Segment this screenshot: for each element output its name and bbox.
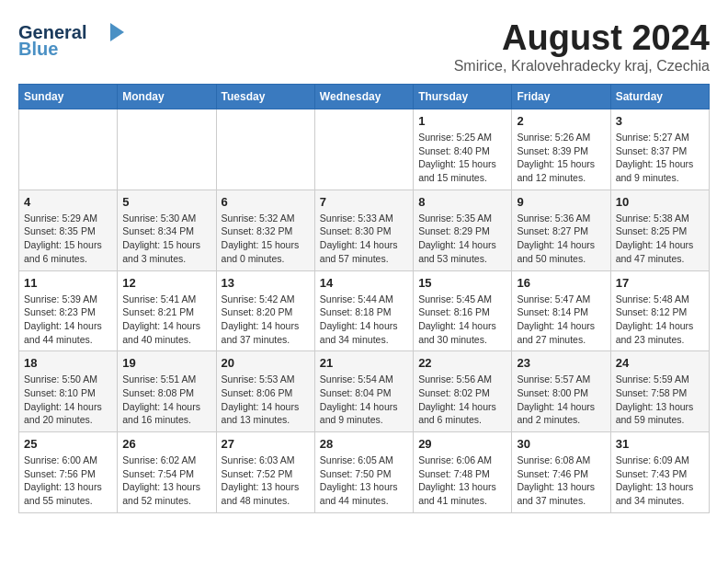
day-detail: Sunrise: 5:30 AM Sunset: 8:34 PM Dayligh… bbox=[122, 212, 210, 266]
day-number: 21 bbox=[320, 356, 408, 370]
day-detail: Sunrise: 5:50 AM Sunset: 8:10 PM Dayligh… bbox=[24, 373, 112, 427]
day-detail: Sunrise: 5:26 AM Sunset: 8:39 PM Dayligh… bbox=[517, 131, 605, 185]
day-cell: 4Sunrise: 5:29 AM Sunset: 8:35 PM Daylig… bbox=[19, 190, 118, 270]
day-number: 20 bbox=[222, 356, 310, 370]
day-cell: 11Sunrise: 5:39 AM Sunset: 8:23 PM Dayli… bbox=[19, 270, 118, 351]
day-number: 23 bbox=[517, 356, 605, 370]
day-cell: 22Sunrise: 5:56 AM Sunset: 8:02 PM Dayli… bbox=[414, 351, 512, 432]
day-cell: 28Sunrise: 6:05 AM Sunset: 7:50 PM Dayli… bbox=[314, 432, 413, 513]
week-row-1: 1Sunrise: 5:25 AM Sunset: 8:40 PM Daylig… bbox=[19, 109, 710, 190]
day-detail: Sunrise: 5:41 AM Sunset: 8:21 PM Dayligh… bbox=[122, 293, 210, 347]
logo-text: General Blue bbox=[18, 18, 129, 64]
day-number: 14 bbox=[320, 276, 408, 290]
day-detail: Sunrise: 5:53 AM Sunset: 8:06 PM Dayligh… bbox=[222, 373, 310, 427]
day-detail: Sunrise: 5:45 AM Sunset: 8:16 PM Dayligh… bbox=[418, 293, 506, 347]
day-cell: 21Sunrise: 5:54 AM Sunset: 8:04 PM Dayli… bbox=[314, 351, 413, 432]
day-detail: Sunrise: 5:33 AM Sunset: 8:30 PM Dayligh… bbox=[320, 212, 408, 266]
header-sunday: Sunday bbox=[19, 85, 118, 109]
day-cell: 17Sunrise: 5:48 AM Sunset: 8:12 PM Dayli… bbox=[610, 270, 709, 351]
day-cell: 1Sunrise: 5:25 AM Sunset: 8:40 PM Daylig… bbox=[414, 109, 512, 190]
header-thursday: Thursday bbox=[414, 85, 512, 109]
day-detail: Sunrise: 6:00 AM Sunset: 7:56 PM Dayligh… bbox=[24, 454, 112, 508]
week-row-2: 4Sunrise: 5:29 AM Sunset: 8:35 PM Daylig… bbox=[19, 190, 710, 270]
day-cell bbox=[314, 109, 413, 190]
day-detail: Sunrise: 5:38 AM Sunset: 8:25 PM Dayligh… bbox=[616, 212, 704, 266]
week-row-4: 18Sunrise: 5:50 AM Sunset: 8:10 PM Dayli… bbox=[19, 351, 710, 432]
day-detail: Sunrise: 5:47 AM Sunset: 8:14 PM Dayligh… bbox=[517, 293, 605, 347]
day-cell: 16Sunrise: 5:47 AM Sunset: 8:14 PM Dayli… bbox=[512, 270, 610, 351]
day-number: 19 bbox=[122, 356, 210, 370]
day-number: 30 bbox=[517, 437, 605, 451]
day-cell bbox=[118, 109, 216, 190]
day-number: 6 bbox=[222, 195, 310, 209]
day-cell: 15Sunrise: 5:45 AM Sunset: 8:16 PM Dayli… bbox=[414, 270, 512, 351]
day-number: 1 bbox=[418, 114, 506, 128]
day-number: 12 bbox=[122, 276, 210, 290]
day-cell: 30Sunrise: 6:08 AM Sunset: 7:46 PM Dayli… bbox=[512, 432, 610, 513]
day-detail: Sunrise: 5:27 AM Sunset: 8:37 PM Dayligh… bbox=[616, 131, 704, 185]
week-row-3: 11Sunrise: 5:39 AM Sunset: 8:23 PM Dayli… bbox=[19, 270, 710, 351]
day-cell: 3Sunrise: 5:27 AM Sunset: 8:37 PM Daylig… bbox=[610, 109, 709, 190]
day-detail: Sunrise: 6:06 AM Sunset: 7:48 PM Dayligh… bbox=[418, 454, 506, 508]
day-number: 13 bbox=[222, 276, 310, 290]
day-number: 18 bbox=[24, 356, 112, 370]
header-friday: Friday bbox=[512, 85, 610, 109]
day-detail: Sunrise: 5:59 AM Sunset: 7:58 PM Dayligh… bbox=[616, 373, 704, 427]
day-number: 27 bbox=[222, 437, 310, 451]
page-subtitle: Smirice, Kralovehradecky kraj, Czechia bbox=[454, 58, 710, 75]
day-number: 22 bbox=[418, 356, 506, 370]
day-detail: Sunrise: 5:32 AM Sunset: 8:32 PM Dayligh… bbox=[222, 212, 310, 266]
page-title: August 2024 bbox=[454, 18, 710, 58]
day-cell: 6Sunrise: 5:32 AM Sunset: 8:32 PM Daylig… bbox=[216, 190, 314, 270]
title-block: August 2024 Smirice, Kralovehradecky kra… bbox=[454, 18, 710, 75]
day-cell: 2Sunrise: 5:26 AM Sunset: 8:39 PM Daylig… bbox=[512, 109, 610, 190]
day-cell: 13Sunrise: 5:42 AM Sunset: 8:20 PM Dayli… bbox=[216, 270, 314, 351]
day-cell: 27Sunrise: 6:03 AM Sunset: 7:52 PM Dayli… bbox=[216, 432, 314, 513]
day-detail: Sunrise: 6:02 AM Sunset: 7:54 PM Dayligh… bbox=[122, 454, 210, 508]
day-number: 3 bbox=[616, 114, 704, 128]
day-number: 8 bbox=[418, 195, 506, 209]
svg-marker-2 bbox=[110, 23, 124, 41]
day-detail: Sunrise: 5:39 AM Sunset: 8:23 PM Dayligh… bbox=[24, 293, 112, 347]
day-number: 16 bbox=[517, 276, 605, 290]
day-number: 31 bbox=[616, 437, 704, 451]
day-cell: 5Sunrise: 5:30 AM Sunset: 8:34 PM Daylig… bbox=[118, 190, 216, 270]
day-number: 2 bbox=[517, 114, 605, 128]
day-number: 7 bbox=[320, 195, 408, 209]
day-cell: 19Sunrise: 5:51 AM Sunset: 8:08 PM Dayli… bbox=[118, 351, 216, 432]
day-cell: 26Sunrise: 6:02 AM Sunset: 7:54 PM Dayli… bbox=[118, 432, 216, 513]
week-row-5: 25Sunrise: 6:00 AM Sunset: 7:56 PM Dayli… bbox=[19, 432, 710, 513]
calendar-body: 1Sunrise: 5:25 AM Sunset: 8:40 PM Daylig… bbox=[19, 109, 710, 513]
day-cell: 23Sunrise: 5:57 AM Sunset: 8:00 PM Dayli… bbox=[512, 351, 610, 432]
day-number: 17 bbox=[616, 276, 704, 290]
day-detail: Sunrise: 6:05 AM Sunset: 7:50 PM Dayligh… bbox=[320, 454, 408, 508]
page-header: General Blue August 2024 Smirice, Kralov… bbox=[18, 18, 710, 75]
day-number: 4 bbox=[24, 195, 112, 209]
day-detail: Sunrise: 6:03 AM Sunset: 7:52 PM Dayligh… bbox=[222, 454, 310, 508]
day-cell: 10Sunrise: 5:38 AM Sunset: 8:25 PM Dayli… bbox=[610, 190, 709, 270]
day-number: 10 bbox=[616, 195, 704, 209]
svg-text:Blue: Blue bbox=[18, 39, 58, 59]
day-cell: 7Sunrise: 5:33 AM Sunset: 8:30 PM Daylig… bbox=[314, 190, 413, 270]
day-number: 9 bbox=[517, 195, 605, 209]
day-cell bbox=[216, 109, 314, 190]
day-cell: 12Sunrise: 5:41 AM Sunset: 8:21 PM Dayli… bbox=[118, 270, 216, 351]
calendar-header: Sunday Monday Tuesday Wednesday Thursday… bbox=[19, 85, 710, 109]
day-detail: Sunrise: 5:48 AM Sunset: 8:12 PM Dayligh… bbox=[616, 293, 704, 347]
day-cell: 14Sunrise: 5:44 AM Sunset: 8:18 PM Dayli… bbox=[314, 270, 413, 351]
day-number: 28 bbox=[320, 437, 408, 451]
day-cell: 20Sunrise: 5:53 AM Sunset: 8:06 PM Dayli… bbox=[216, 351, 314, 432]
day-number: 25 bbox=[24, 437, 112, 451]
header-monday: Monday bbox=[118, 85, 216, 109]
day-cell: 18Sunrise: 5:50 AM Sunset: 8:10 PM Dayli… bbox=[19, 351, 118, 432]
day-detail: Sunrise: 5:54 AM Sunset: 8:04 PM Dayligh… bbox=[320, 373, 408, 427]
day-cell: 24Sunrise: 5:59 AM Sunset: 7:58 PM Dayli… bbox=[610, 351, 709, 432]
day-number: 29 bbox=[418, 437, 506, 451]
day-cell: 29Sunrise: 6:06 AM Sunset: 7:48 PM Dayli… bbox=[414, 432, 512, 513]
header-row: Sunday Monday Tuesday Wednesday Thursday… bbox=[19, 85, 710, 109]
day-detail: Sunrise: 5:56 AM Sunset: 8:02 PM Dayligh… bbox=[418, 373, 506, 427]
day-cell bbox=[19, 109, 118, 190]
day-number: 26 bbox=[122, 437, 210, 451]
calendar-table: Sunday Monday Tuesday Wednesday Thursday… bbox=[18, 84, 710, 513]
day-number: 5 bbox=[122, 195, 210, 209]
